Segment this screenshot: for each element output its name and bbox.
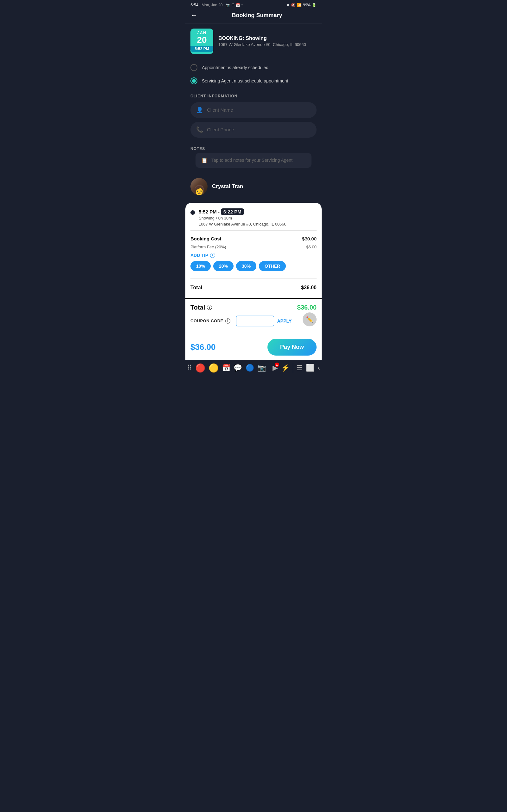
radio-label-agent: Servicing Agent must schedule appointmen… [202,78,288,84]
nav-divider-2 [293,363,293,373]
nav-app2-icon[interactable]: 🟡 [209,363,219,373]
status-right: ✕ 🔇 📶 99% 🔋 [286,3,317,7]
tip-info-icon: i [210,253,215,258]
status-bar: 5:54 Mon, Jan 20 📷 G 📅 • ✕ 🔇 📶 99% 🔋 [185,0,322,9]
agent-row: Crystal Tran [185,173,322,200]
nav-badge-count: 1 [275,362,279,367]
nav-grid-icon[interactable]: ⠿ [187,364,192,372]
radio-item-agent[interactable]: Servicing Agent must schedule appointmen… [190,74,317,88]
booking-cost-value: $30.00 [302,236,317,241]
mute-icon: 🔇 [291,3,296,7]
status-time: 5:54 [190,3,199,7]
radio-item-already[interactable]: Appointment is already scheduled [190,61,317,74]
divider-2 [190,278,317,278]
edit-icon: ✏️ [306,316,313,323]
booking-address: 1067 W Glenlake Avenue #0, Chicago, IL 6… [218,42,306,47]
timeline-dot-start [190,210,195,215]
platform-fee-label: Platform Fee (20%) [190,245,226,249]
radio-circle-agent [190,78,198,84]
edit-fab[interactable]: ✏️ [302,312,317,326]
nav-back-icon[interactable]: ‹ [318,364,320,372]
dot-sep: • [216,216,218,220]
scheduling-options: Appointment is already scheduled Servici… [185,59,322,91]
notes-field[interactable]: 📋 Tap to add notes for your Servicing Ag… [195,153,312,168]
wifi-icon: 📶 [297,3,302,7]
add-tip-row[interactable]: ADD TIP i [190,251,317,259]
bottom-section: Total i $36.00 COUPON CODE i APPLY ✏️ [185,298,322,334]
agent-name: Crystal Tran [212,183,243,190]
nav-menu-icon[interactable]: ☰ [296,364,302,372]
nav-chat-icon[interactable]: 💬 [233,364,242,372]
bottom-nav: ⠿ 🔴 🟡 📅 💬 🔵 📷 ▶ 1 ⚡ ☰ ⬜ ‹ [185,360,322,378]
nav-camera-icon[interactable]: 📷 [257,364,266,372]
total-info-icon: i [207,305,212,310]
booking-cost-row: Booking Cost $30.00 [190,235,317,243]
date-month: JAN [190,31,213,35]
booking-cost-label: Booking Cost [190,236,222,241]
big-total-row: Total i $36.00 [190,304,317,311]
apply-button[interactable]: APPLY [276,318,293,323]
platform-fee-value: $6.00 [306,245,317,249]
tip-10-button[interactable]: 10% [190,261,211,271]
coupon-info-icon: i [225,318,230,323]
nav-divider [269,363,269,373]
start-time: 5:52 PM [199,209,217,214]
booking-header: JAN 20 5:52 PM BOOKING: Showing 1067 W G… [185,23,322,59]
timeline-info: 5:52 PM - 6:22 PM Showing • 0h 30m 1067 … [199,209,286,226]
tip-30-button[interactable]: 30% [236,261,257,271]
showing-label: Showing [199,216,215,220]
client-info-inputs: 👤 Client Name 📞 Client Phone [185,100,322,143]
showing-address: 1067 W Glenlake Avenue #0, Chicago, IL 6… [199,222,286,226]
coupon-input[interactable] [236,316,274,326]
pay-now-button[interactable]: Pay Now [268,339,317,356]
tip-buttons: 10% 20% 30% OTHER [190,259,317,274]
top-nav: ← Booking Summary [185,9,322,23]
back-button[interactable]: ← [190,12,198,19]
notes-section-label: NOTES [185,143,322,153]
phone-icon: 📞 [196,126,203,133]
divider-1 [190,230,317,231]
booking-type: BOOKING: Showing [218,36,306,41]
pay-amount: $36.00 [190,342,216,352]
booking-summary-card: 5:52 PM - 6:22 PM Showing • 0h 30m 1067 … [185,203,322,298]
nav-play-icon[interactable]: ▶ 1 [273,364,278,372]
battery-label: 99% [303,3,311,7]
notes-icon: 📋 [201,157,208,163]
coupon-label: COUPON CODE [190,318,223,323]
notes-placeholder: Tap to add notes for your Servicing Agen… [211,158,292,163]
status-left: 5:54 Mon, Jan 20 📷 G 📅 • [190,3,243,7]
tip-20-button[interactable]: 20% [213,261,233,271]
total-value-card: $36.00 [301,285,317,291]
nav-home-icon[interactable]: ⬜ [306,364,314,372]
page-title: Booking Summary [198,12,317,19]
timeline-row: 5:52 PM - 6:22 PM Showing • 0h 30m 1067 … [190,209,317,226]
platform-fee-row: Platform Fee (20%) $6.00 [190,243,317,251]
battery-icon: 🔋 [312,3,317,7]
nav-app3-icon[interactable]: ⚡ [281,364,290,372]
time-separator: - [218,209,221,214]
agent-avatar [190,178,208,195]
client-phone-placeholder: Client Phone [207,127,234,132]
client-phone-field[interactable]: 📞 Client Phone [190,122,317,138]
nav-app1-icon[interactable]: 🔴 [195,363,205,373]
big-total-label: Total i [190,304,212,311]
client-name-field[interactable]: 👤 Client Name [190,102,317,118]
status-day: Mon, Jan 20 [202,3,222,7]
radio-circle-already [190,64,198,71]
date-day: 20 [190,35,213,45]
nav-chrome-icon[interactable]: 🔵 [245,364,254,372]
status-icons: 📷 G 📅 • [226,3,243,7]
client-info-section-label: CLIENT INFORMATION [185,91,322,100]
end-time: 6:22 PM [221,208,244,215]
radio-label-already: Appointment is already scheduled [202,65,268,70]
big-total-value: $36.00 [297,304,317,311]
signal-icon: ✕ [286,3,290,7]
nav-calendar-icon[interactable]: 📅 [222,364,230,372]
date-time: 5:52 PM [190,46,213,52]
coupon-row: COUPON CODE i APPLY [190,316,317,326]
tip-other-button[interactable]: OTHER [259,261,286,271]
person-icon: 👤 [196,107,203,113]
date-badge: JAN 20 5:52 PM [190,29,213,54]
total-label-card: Total [190,285,202,291]
pay-bar: $36.00 Pay Now [185,334,322,360]
